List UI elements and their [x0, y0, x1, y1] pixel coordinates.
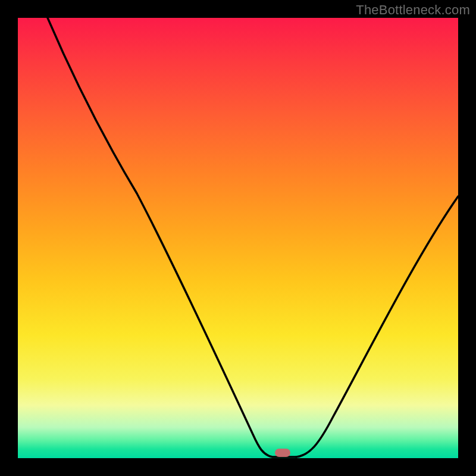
curve-right [296, 196, 458, 457]
watermark-text: TheBottleneck.com [356, 2, 470, 18]
curve-left [48, 18, 296, 457]
bottleneck-curve [18, 18, 458, 458]
chart-container: TheBottleneck.com [0, 0, 476, 476]
plot-area [18, 18, 458, 458]
optimal-point-marker [275, 449, 290, 457]
